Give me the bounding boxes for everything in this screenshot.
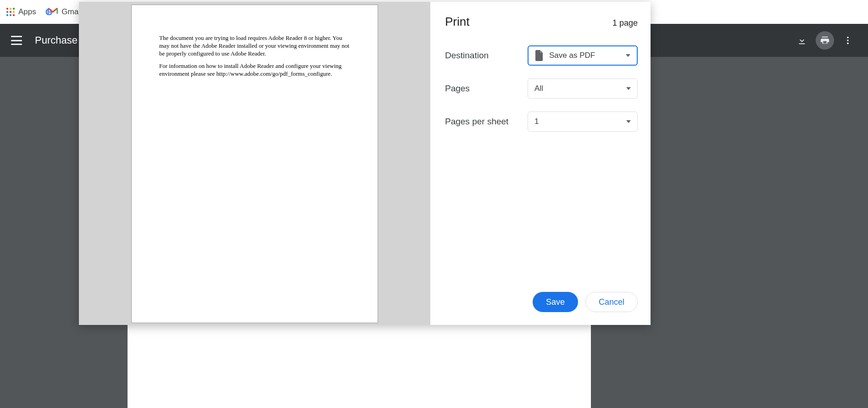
preview-paragraph-1: The document you are trying to load requ… bbox=[159, 34, 350, 58]
save-button-label: Save bbox=[546, 297, 565, 307]
more-options-button[interactable] bbox=[839, 31, 857, 50]
destination-value: Save as PDF bbox=[549, 51, 595, 60]
print-dialog-title: Print bbox=[445, 15, 469, 29]
apps-label: Apps bbox=[18, 7, 36, 17]
menu-icon[interactable] bbox=[11, 36, 22, 45]
chevron-down-icon bbox=[626, 120, 631, 123]
pages-row: Pages All bbox=[445, 78, 638, 99]
kebab-menu-icon bbox=[843, 35, 853, 45]
dialog-footer: Save Cancel bbox=[533, 292, 638, 312]
cancel-button-label: Cancel bbox=[599, 297, 624, 307]
pdf-page-strip bbox=[128, 325, 591, 408]
gmail-m-icon bbox=[48, 7, 58, 15]
print-dialog: The document you are trying to load requ… bbox=[79, 2, 651, 325]
pages-select[interactable]: All bbox=[528, 78, 638, 99]
gmail-shortcut[interactable]: G Gmail bbox=[45, 7, 82, 17]
pages-value: All bbox=[534, 84, 543, 93]
destination-select[interactable]: Save as PDF bbox=[528, 45, 638, 66]
pages-per-sheet-row: Pages per sheet 1 bbox=[445, 112, 638, 132]
chevron-down-icon bbox=[626, 54, 630, 57]
preview-page-1: The document you are trying to load requ… bbox=[131, 5, 378, 323]
cancel-button[interactable]: Cancel bbox=[585, 292, 638, 312]
printer-icon bbox=[820, 35, 830, 45]
apps-shortcut[interactable]: Apps bbox=[6, 7, 36, 17]
save-button[interactable]: Save bbox=[533, 292, 578, 312]
svg-point-2 bbox=[847, 43, 849, 45]
chevron-down-icon bbox=[626, 87, 631, 90]
download-button[interactable] bbox=[793, 31, 811, 50]
file-icon bbox=[534, 50, 544, 61]
destination-label: Destination bbox=[445, 50, 528, 61]
page-count-label: 1 page bbox=[612, 18, 638, 28]
print-settings-pane: Print 1 page Destination Save as PDF Pag… bbox=[430, 2, 652, 325]
print-preview-pane[interactable]: The document you are trying to load requ… bbox=[79, 2, 430, 325]
destination-row: Destination Save as PDF bbox=[445, 45, 638, 66]
svg-point-1 bbox=[847, 39, 849, 41]
pages-per-sheet-label: Pages per sheet bbox=[445, 117, 528, 127]
pages-label: Pages bbox=[445, 84, 528, 94]
svg-point-0 bbox=[847, 37, 849, 39]
apps-grid-icon bbox=[6, 8, 15, 16]
pages-per-sheet-value: 1 bbox=[534, 117, 539, 126]
pages-per-sheet-select[interactable]: 1 bbox=[528, 112, 638, 132]
preview-paragraph-2: For information on how to install Adobe … bbox=[159, 62, 350, 78]
download-icon bbox=[797, 35, 807, 45]
print-button[interactable] bbox=[816, 31, 834, 50]
